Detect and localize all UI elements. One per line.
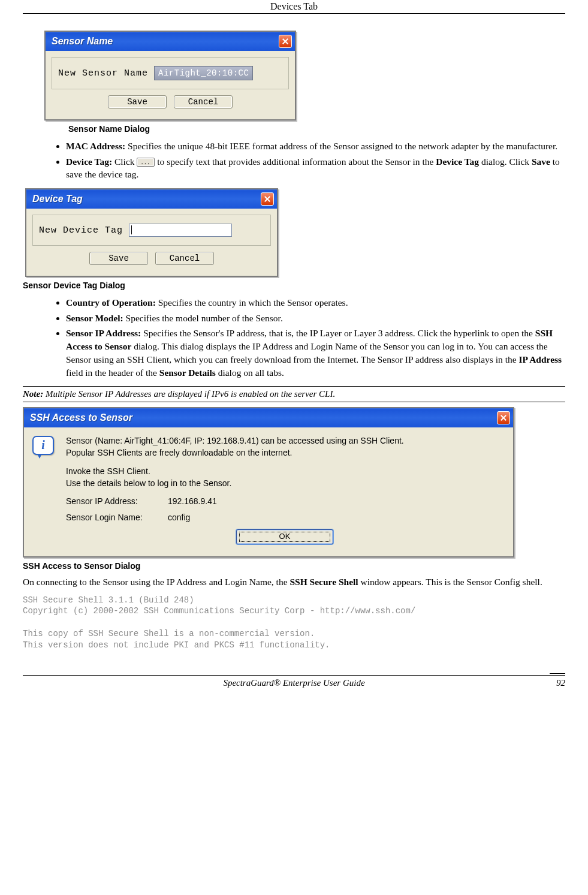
ellipsis-icon[interactable]: ...: [137, 158, 155, 167]
close-icon[interactable]: [279, 35, 292, 48]
ssh-line-1: Sensor (Name: AirTight_41:06:4F, IP: 192…: [66, 435, 503, 447]
bullet-list-2: Country of Operation: Specifies the coun…: [23, 296, 565, 379]
bullet-country: Country of Operation: Specifies the coun…: [66, 296, 565, 309]
device-tag-dialog: Device Tag New Device Tag Save Cancel: [25, 188, 278, 277]
mac-label: MAC Address:: [66, 141, 125, 151]
note-box: Note: Multiple Sensor IP Addresses are d…: [23, 386, 565, 402]
terminal-output: SSH Secure Shell 3.1.1 (Build 248) Copyr…: [23, 595, 565, 651]
footer-title: SpectraGuard® Enterprise User Guide: [223, 678, 364, 688]
dt-label: Device Tag:: [66, 156, 112, 167]
sensor-name-caption: Sensor Name Dialog: [68, 124, 565, 134]
page-number: 92: [556, 678, 565, 688]
device-tag-panel: New Device Tag: [32, 215, 271, 246]
bullet-mac: MAC Address: Specifies the unique 48-bit…: [66, 140, 565, 153]
sensor-name-label: New Sensor Name: [58, 68, 148, 79]
device-tag-title: Device Tag: [32, 194, 83, 204]
bullet-list-1: MAC Address: Specifies the unique 48-bit…: [23, 140, 565, 181]
info-icon: i: [32, 436, 54, 457]
ssh-caption: SSH Access to Sensor Dialog: [23, 561, 565, 571]
close-icon[interactable]: [261, 192, 274, 206]
sensor-name-titlebar: Sensor Name: [46, 32, 295, 51]
header-rule: [23, 13, 565, 14]
footer: SpectraGuard® Enterprise User Guide 92: [23, 675, 565, 688]
ssh-login-value: config: [168, 511, 190, 523]
ssh-titlebar: SSH Access to Sensor: [24, 408, 513, 427]
page-header-title: Devices Tab: [23, 0, 565, 13]
ssh-ip-value: 192.168.9.41: [168, 495, 217, 507]
ssh-line-4: Use the details below to log in to the S…: [66, 477, 503, 489]
cancel-button[interactable]: Cancel: [155, 252, 214, 265]
sensor-name-input[interactable]: AirTight_20:10:CC: [154, 66, 253, 80]
bullet-sensor-ip: Sensor IP Address: Specifies the Sensor'…: [66, 327, 565, 379]
ssh-login-label: Sensor Login Name:: [66, 511, 168, 523]
ssh-access-dialog: SSH Access to Sensor i Sensor (Name: Air…: [23, 407, 514, 558]
ssh-ip-label: Sensor IP Address:: [66, 495, 168, 507]
note-label: Note:: [23, 389, 43, 399]
bullet-device-tag: Device Tag: Click ... to specify text th…: [66, 155, 565, 181]
sensor-name-title: Sensor Name: [52, 36, 113, 47]
ssh-title: SSH Access to Sensor: [30, 412, 132, 423]
device-tag-titlebar: Device Tag: [26, 189, 277, 209]
save-button[interactable]: Save: [89, 252, 148, 265]
cancel-button[interactable]: Cancel: [174, 95, 233, 109]
save-button[interactable]: Save: [108, 95, 167, 109]
para-after-ssh: On connecting to the Sensor using the IP…: [23, 575, 565, 589]
sensor-name-dialog: Sensor Name New Sensor Name AirTight_20:…: [44, 31, 296, 120]
ssh-line-2: Popular SSH Clients are freely downloada…: [66, 447, 503, 459]
sensor-name-panel: New Sensor Name AirTight_20:10:CC: [52, 57, 289, 89]
device-tag-label: New Device Tag: [39, 225, 123, 236]
note-text: Multiple Sensor IP Addresses are display…: [43, 389, 335, 399]
mac-text: Specifies the unique 48-bit IEEE format …: [125, 141, 557, 151]
device-tag-caption: Sensor Device Tag Dialog: [23, 281, 565, 290]
bullet-model: Sensor Model: Specifies the model number…: [66, 312, 565, 325]
ok-button[interactable]: OK: [236, 529, 333, 544]
close-icon[interactable]: [497, 411, 510, 424]
ssh-line-3: Invoke the SSH Client.: [66, 465, 503, 477]
device-tag-input[interactable]: [129, 224, 232, 237]
